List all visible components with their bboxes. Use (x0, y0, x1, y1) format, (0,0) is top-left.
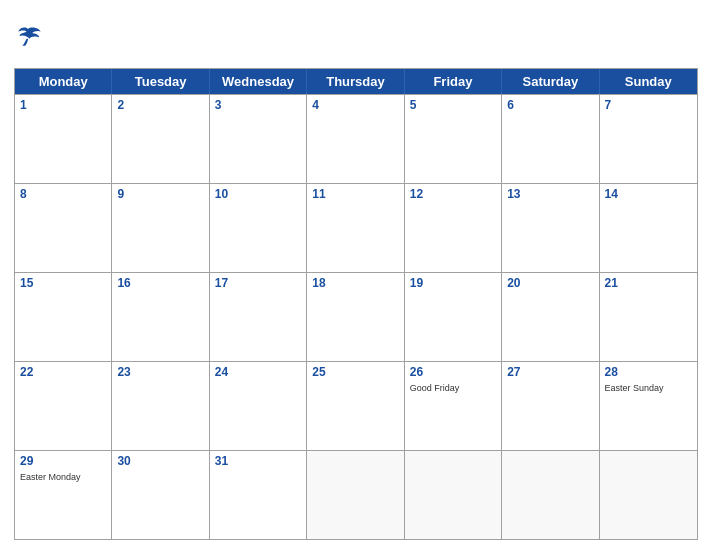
day-header-saturday: Saturday (502, 69, 599, 94)
calendar-cell-31: 31 (210, 451, 307, 539)
calendar-cell-29: 29Easter Monday (15, 451, 112, 539)
calendar-cell-8: 8 (15, 184, 112, 272)
calendar-cell-30: 30 (112, 451, 209, 539)
calendar-cell-12: 12 (405, 184, 502, 272)
day-number: 30 (117, 454, 203, 470)
calendar-cell-15: 15 (15, 273, 112, 361)
day-header-sunday: Sunday (600, 69, 697, 94)
day-header-thursday: Thursday (307, 69, 404, 94)
day-number: 13 (507, 187, 593, 203)
day-number: 12 (410, 187, 496, 203)
calendar-cell-11: 11 (307, 184, 404, 272)
day-header-friday: Friday (405, 69, 502, 94)
day-number: 14 (605, 187, 692, 203)
calendar-cell-7: 7 (600, 95, 697, 183)
day-number: 10 (215, 187, 301, 203)
calendar-body: 1234567891011121314151617181920212223242… (15, 94, 697, 539)
day-number: 8 (20, 187, 106, 203)
calendar-cell-22: 22 (15, 362, 112, 450)
calendar-cell-empty-5 (502, 451, 599, 539)
day-header-wednesday: Wednesday (210, 69, 307, 94)
calendar-cell-21: 21 (600, 273, 697, 361)
day-number: 16 (117, 276, 203, 292)
calendar-header-row: MondayTuesdayWednesdayThursdayFridaySatu… (15, 69, 697, 94)
day-number: 2 (117, 98, 203, 114)
day-number: 18 (312, 276, 398, 292)
calendar-cell-13: 13 (502, 184, 599, 272)
calendar-cell-24: 24 (210, 362, 307, 450)
calendar-cell-26: 26Good Friday (405, 362, 502, 450)
day-number: 24 (215, 365, 301, 381)
calendar-cell-28: 28Easter Sunday (600, 362, 697, 450)
day-number: 19 (410, 276, 496, 292)
day-number: 26 (410, 365, 496, 381)
day-header-monday: Monday (15, 69, 112, 94)
page-header (14, 10, 698, 62)
calendar-week-5: 29Easter Monday3031 (15, 450, 697, 539)
day-number: 4 (312, 98, 398, 114)
calendar-cell-9: 9 (112, 184, 209, 272)
day-number: 28 (605, 365, 692, 381)
calendar-cell-4: 4 (307, 95, 404, 183)
day-number: 27 (507, 365, 593, 381)
day-number: 21 (605, 276, 692, 292)
calendar-cell-2: 2 (112, 95, 209, 183)
day-number: 20 (507, 276, 593, 292)
day-number: 22 (20, 365, 106, 381)
calendar-cell-empty-4 (405, 451, 502, 539)
calendar-cell-5: 5 (405, 95, 502, 183)
calendar-cell-14: 14 (600, 184, 697, 272)
calendar-cell-3: 3 (210, 95, 307, 183)
day-number: 9 (117, 187, 203, 203)
day-event: Easter Sunday (605, 383, 692, 395)
calendar-grid: MondayTuesdayWednesdayThursdayFridaySatu… (14, 68, 698, 540)
day-number: 15 (20, 276, 106, 292)
day-number: 1 (20, 98, 106, 114)
calendar-cell-empty-6 (600, 451, 697, 539)
calendar-cell-6: 6 (502, 95, 599, 183)
calendar-cell-17: 17 (210, 273, 307, 361)
calendar-cell-23: 23 (112, 362, 209, 450)
day-number: 17 (215, 276, 301, 292)
calendar-cell-16: 16 (112, 273, 209, 361)
calendar-week-2: 891011121314 (15, 183, 697, 272)
calendar-week-3: 15161718192021 (15, 272, 697, 361)
day-number: 25 (312, 365, 398, 381)
day-number: 3 (215, 98, 301, 114)
calendar-page: MondayTuesdayWednesdayThursdayFridaySatu… (0, 0, 712, 550)
calendar-cell-27: 27 (502, 362, 599, 450)
calendar-cell-25: 25 (307, 362, 404, 450)
day-number: 5 (410, 98, 496, 114)
day-event: Good Friday (410, 383, 496, 395)
day-number: 29 (20, 454, 106, 470)
calendar-cell-empty-3 (307, 451, 404, 539)
calendar-cell-10: 10 (210, 184, 307, 272)
calendar-cell-18: 18 (307, 273, 404, 361)
day-number: 23 (117, 365, 203, 381)
calendar-week-1: 1234567 (15, 94, 697, 183)
calendar-cell-20: 20 (502, 273, 599, 361)
day-number: 6 (507, 98, 593, 114)
day-number: 31 (215, 454, 301, 470)
day-number: 11 (312, 187, 398, 203)
day-header-tuesday: Tuesday (112, 69, 209, 94)
calendar-cell-19: 19 (405, 273, 502, 361)
day-number: 7 (605, 98, 692, 114)
logo (14, 26, 42, 46)
calendar-cell-1: 1 (15, 95, 112, 183)
logo-bird-icon (14, 26, 42, 46)
day-event: Easter Monday (20, 472, 106, 484)
calendar-week-4: 2223242526Good Friday2728Easter Sunday (15, 361, 697, 450)
